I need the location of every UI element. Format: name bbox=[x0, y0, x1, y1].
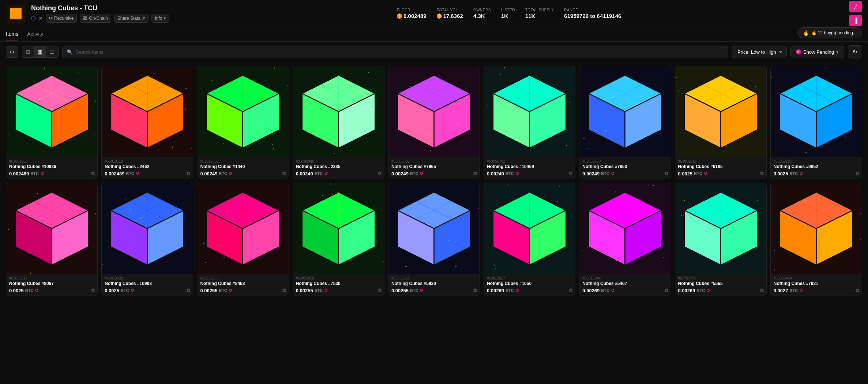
item-price-row: 0.002489 BTC ↺ ⧉ bbox=[105, 171, 190, 176]
header: 🟧 Nothing Cubes - TCU ⬡ ✕ ⟳ Recursive ⛓ … bbox=[0, 0, 868, 27]
chart-button[interactable]: ╱ bbox=[849, 1, 862, 12]
item-actions: ⧉ bbox=[665, 171, 668, 176]
refresh-price-icon[interactable]: ↺ bbox=[515, 288, 519, 293]
item-card[interactable]: #63856464 Nothing Cubes #7921 0.0027 BTC… bbox=[770, 183, 862, 296]
cube-image bbox=[579, 66, 670, 157]
tab-items[interactable]: Items bbox=[6, 27, 18, 41]
item-name: Nothing Cubes #6185 bbox=[678, 164, 763, 169]
item-name: Nothing Cubes #2462 bbox=[105, 164, 190, 169]
copy-icon[interactable]: ⧉ bbox=[91, 171, 94, 176]
item-info: #63815044 Nothing Cubes #5407 0.00269 BT… bbox=[579, 274, 670, 296]
btc-icon-floor: ₿ bbox=[397, 14, 402, 19]
refresh-price-icon[interactable]: ↺ bbox=[136, 171, 139, 176]
stats-button[interactable]: ▐ bbox=[849, 15, 862, 26]
item-card[interactable]: #63815044 Nothing Cubes #5407 0.00269 BT… bbox=[579, 183, 671, 296]
item-token-id: #63816836 bbox=[200, 159, 285, 163]
show-pending-button[interactable]: ↺ Show Pending ▾ bbox=[790, 46, 844, 58]
tab-activity[interactable]: Activity bbox=[27, 27, 43, 41]
item-token-id: #63783798 bbox=[678, 276, 763, 280]
refresh-price-icon[interactable]: ↺ bbox=[706, 288, 710, 293]
refresh-price-icon[interactable]: ↺ bbox=[131, 288, 134, 293]
view-list-button[interactable]: ☰ bbox=[46, 46, 58, 57]
copy-icon[interactable]: ⧉ bbox=[187, 288, 190, 293]
item-thumbnail bbox=[102, 183, 193, 274]
cube-image bbox=[579, 183, 670, 274]
stat-floor: FLOOR ₿ 0.002489 bbox=[397, 8, 427, 19]
copy-icon[interactable]: ⧉ bbox=[378, 171, 381, 176]
item-card[interactable]: #63856702 Nothing Cubes #10469 0.00249 B… bbox=[484, 66, 575, 179]
view-grid-small-button[interactable]: ⊞ bbox=[22, 46, 34, 57]
info-button[interactable]: Info ▾ bbox=[151, 14, 169, 23]
item-actions: ⧉ bbox=[760, 171, 763, 176]
item-price-row: 0.00255 BTC ↺ ⧉ bbox=[200, 288, 285, 293]
item-card[interactable]: #63818518 Nothing Cubes #2462 0.002489 B… bbox=[101, 66, 193, 179]
copy-icon[interactable]: ⧉ bbox=[569, 171, 572, 176]
copy-icon[interactable]: ⧉ bbox=[760, 171, 763, 176]
item-price-row: 0.00249 BTC ↺ ⧉ bbox=[582, 171, 668, 176]
refresh-price-icon[interactable]: ↺ bbox=[35, 288, 38, 293]
copy-icon[interactable]: ⧉ bbox=[665, 288, 668, 293]
refresh-price-icon[interactable]: ↺ bbox=[324, 288, 328, 293]
item-thumbnail bbox=[675, 66, 766, 157]
item-name: Nothing Cubes #7853 bbox=[582, 164, 668, 169]
chain-icon: ⛓ bbox=[83, 16, 87, 21]
copy-icon[interactable]: ⧉ bbox=[91, 288, 94, 293]
copy-icon[interactable]: ⧉ bbox=[760, 288, 763, 293]
view-grid-button[interactable]: ▦ bbox=[34, 46, 46, 57]
item-card[interactable]: #63853928 Nothing Cubes #10908 0.0025 BT… bbox=[101, 183, 193, 296]
copy-icon[interactable]: ⧉ bbox=[665, 171, 668, 176]
item-card[interactable]: #63815027 Nothing Cubes #1050 0.00269 BT… bbox=[484, 183, 575, 296]
copy-icon[interactable]: ⧉ bbox=[282, 288, 286, 293]
item-token-id: #63850527 bbox=[391, 276, 477, 280]
copy-icon[interactable]: ⧉ bbox=[856, 288, 859, 293]
twitter-icon[interactable]: ✕ bbox=[39, 16, 43, 21]
item-actions: ⧉ bbox=[856, 171, 859, 176]
refresh-price-icon[interactable]: ↺ bbox=[229, 288, 232, 293]
item-card[interactable]: #63853617 Nothing Cubes #8087 0.0025 BTC… bbox=[6, 183, 98, 296]
copy-icon[interactable]: ⧉ bbox=[282, 171, 286, 176]
refresh-price-icon[interactable]: ↺ bbox=[515, 171, 519, 176]
refresh-price-icon[interactable]: ↺ bbox=[799, 288, 803, 293]
refresh-price-icon[interactable]: ↺ bbox=[611, 288, 615, 293]
copy-icon[interactable]: ⧉ bbox=[473, 288, 477, 293]
item-price-value: 0.0025 BTC ↺ bbox=[678, 171, 707, 176]
item-card[interactable]: #63856509 Nothing Cubes #7965 0.00249 BT… bbox=[388, 66, 480, 179]
refresh-price-icon[interactable]: ↺ bbox=[40, 171, 44, 176]
filter-button[interactable]: ⚙ bbox=[6, 46, 18, 58]
discord-icon[interactable]: ⬡ bbox=[31, 15, 36, 22]
refresh-price-icon[interactable]: ↺ bbox=[324, 171, 328, 176]
pending-notification[interactable]: 🔥 🔥 12 buy(s) pending... bbox=[797, 27, 862, 38]
refresh-price-icon[interactable]: ↺ bbox=[420, 288, 423, 293]
item-card[interactable]: #63853456 Nothing Cubes #7530 0.00255 BT… bbox=[293, 183, 384, 296]
search-input[interactable] bbox=[76, 46, 724, 58]
copy-icon[interactable]: ⧉ bbox=[187, 171, 190, 176]
copy-icon[interactable]: ⧉ bbox=[378, 288, 381, 293]
item-actions: ⧉ bbox=[856, 288, 859, 293]
item-price-value: 0.002489 BTC ↺ bbox=[105, 171, 139, 176]
item-card[interactable]: #63852885 Nothing Cubes #8463 0.00255 BT… bbox=[197, 183, 289, 296]
copy-icon[interactable]: ⧉ bbox=[569, 288, 572, 293]
item-card[interactable]: #63850527 Nothing Cubes #5930 0.00255 BT… bbox=[388, 183, 480, 296]
refresh-price-icon[interactable]: ↺ bbox=[611, 171, 615, 176]
item-card[interactable]: #63852285 Nothing Cubes #9852 0.0025 BTC… bbox=[770, 66, 862, 179]
item-thumbnail bbox=[197, 66, 288, 157]
refresh-price-icon[interactable]: ↺ bbox=[420, 171, 423, 176]
item-card[interactable]: #63851773 Nothing Cubes #7853 0.00249 BT… bbox=[579, 66, 671, 179]
refresh-price-icon[interactable]: ↺ bbox=[704, 171, 707, 176]
refresh-price-icon[interactable]: ↺ bbox=[799, 171, 803, 176]
copy-icon[interactable]: ⧉ bbox=[856, 171, 859, 176]
item-name: Nothing Cubes #1440 bbox=[200, 164, 285, 169]
item-card[interactable]: #63852912 Nothing Cubes #6185 0.0025 BTC… bbox=[675, 66, 767, 179]
copy-icon[interactable]: ⧉ bbox=[473, 171, 477, 176]
refresh-price-icon[interactable]: ↺ bbox=[229, 171, 232, 176]
refresh-button[interactable]: ↻ bbox=[848, 45, 862, 58]
item-card[interactable]: #63783798 Nothing Cubes #5565 0.00269 BT… bbox=[675, 183, 767, 296]
item-card[interactable]: #63816836 Nothing Cubes #1440 0.00249 BT… bbox=[197, 66, 289, 179]
share-stats-button[interactable]: Share Stats ↗ bbox=[114, 14, 149, 23]
item-price-value: 0.0025 BTC ↺ bbox=[105, 288, 134, 293]
sort-select[interactable]: Price: Low to High Price: High to Low Re… bbox=[732, 46, 787, 58]
chevron-down-icon: ▾ bbox=[164, 16, 166, 21]
item-token-id: #63853617 bbox=[9, 276, 94, 280]
item-card[interactable]: #63783046 Nothing Cubes #2335 0.00249 BT… bbox=[293, 66, 384, 179]
item-card[interactable]: #63881980 Nothing Cubes #10986 0.002489 … bbox=[6, 66, 98, 179]
